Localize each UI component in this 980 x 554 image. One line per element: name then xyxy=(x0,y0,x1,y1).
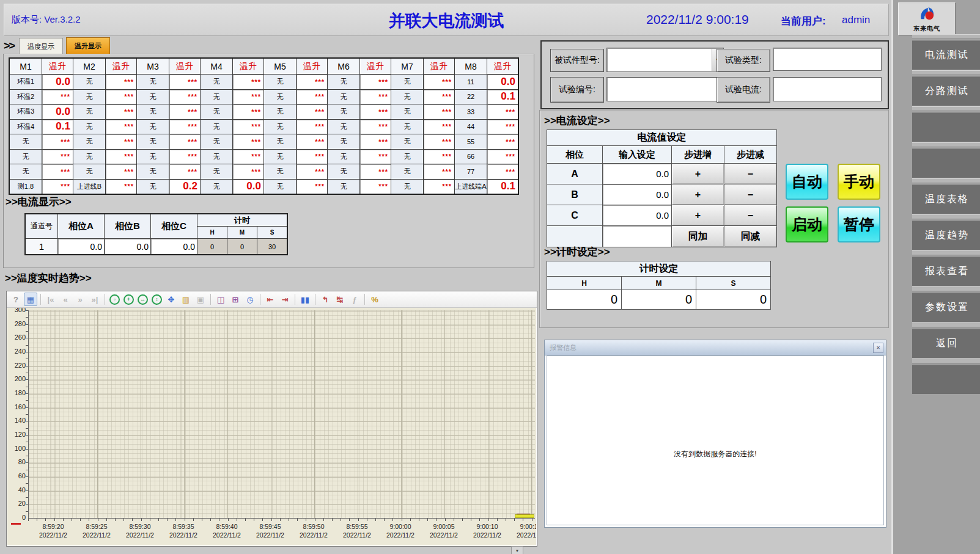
x-axis-label: 8:59:502022/11/2 xyxy=(289,522,338,539)
temp-rise-value-cell: *** xyxy=(106,104,136,119)
tab-temperature-display[interactable]: 温度显示 xyxy=(19,38,63,55)
sidebar-item-current-test[interactable]: 电流测试 xyxy=(912,40,980,70)
plot-area[interactable] xyxy=(28,310,535,519)
phase-a-value: 0.0 xyxy=(58,239,104,254)
zoom-vertical-icon[interactable]: ↕ xyxy=(152,294,162,305)
navigation-sidebar: 东来电气 电流测试分路测试温度表格温度趋势报表查看参数设置返回 xyxy=(891,0,980,554)
sidebar-item-report-view[interactable]: 报表查看 xyxy=(912,257,980,286)
time-window-icon[interactable]: ◷ xyxy=(243,293,257,306)
toolbar-separator xyxy=(260,294,260,305)
test-number-input[interactable] xyxy=(606,77,724,101)
pan-icon[interactable]: ✥ xyxy=(164,293,178,306)
scroll-chart-left-icon[interactable]: ⇤ xyxy=(263,293,277,306)
timer-value-m[interactable]: 0 xyxy=(622,290,696,309)
step-minus-button-a[interactable]: − xyxy=(724,164,776,184)
current-input-empty[interactable] xyxy=(603,226,671,247)
sidebar-item-branch-test[interactable]: 分路测试 xyxy=(912,76,980,106)
tile-panes-icon[interactable]: ◫ xyxy=(214,293,227,306)
x-range-icon[interactable]: ↹ xyxy=(333,293,347,306)
sidebar-item-blank-3[interactable] xyxy=(912,365,980,394)
channel-name-cell: 无 xyxy=(10,150,42,164)
export-grid-icon[interactable]: ▦ xyxy=(24,293,37,306)
temp-rise-value-cell: *** xyxy=(487,164,518,179)
column-header-rise: 温升 xyxy=(233,59,263,74)
percent-scale-icon[interactable]: % xyxy=(368,293,381,306)
step-minus-button-b[interactable]: − xyxy=(724,184,776,205)
alarm-body: 没有到数据服务器的连接! xyxy=(547,355,884,525)
timer-header-s: S xyxy=(696,277,770,290)
scroll-chart-right-icon[interactable]: ⇥ xyxy=(278,293,292,306)
help-icon[interactable]: ? xyxy=(9,293,23,306)
channel-name-cell: 11 xyxy=(455,75,487,89)
test-type-input[interactable] xyxy=(773,48,882,71)
all-plus-button[interactable]: 同加 xyxy=(672,226,724,247)
sidebar-item-temperature-trend[interactable]: 温度趋势 xyxy=(912,221,980,250)
current-input-a[interactable]: 0.0 xyxy=(603,164,671,184)
last-page-icon[interactable]: »| xyxy=(88,293,101,306)
zoom-box-icon[interactable]: ▫ xyxy=(109,294,120,305)
zoom-horizontal-icon[interactable]: ↔ xyxy=(138,294,148,305)
pane-zoom-icon[interactable]: ⊞ xyxy=(229,293,242,306)
phase-cell-a: A xyxy=(547,164,602,184)
column-header-m4: M4 xyxy=(201,59,232,74)
column-header-m1: M1 xyxy=(10,59,42,74)
zoom-in-icon[interactable]: + xyxy=(123,294,134,305)
alarm-close-icon[interactable]: ✕ xyxy=(873,343,883,353)
timer-value-s[interactable]: 0 xyxy=(696,290,770,309)
y-axis-label: 0 xyxy=(7,514,26,521)
timer-value-h[interactable]: 0 xyxy=(547,290,621,309)
trend-cursor-marker xyxy=(11,523,21,525)
test-current-input[interactable] xyxy=(773,77,882,101)
auto-button[interactable]: 自动 xyxy=(786,164,828,200)
first-page-icon[interactable]: |« xyxy=(44,293,57,306)
sidebar-item-blank-2[interactable] xyxy=(912,148,980,178)
temp-rise-value-cell: *** xyxy=(169,104,200,119)
manual-button[interactable]: 手动 xyxy=(838,164,880,200)
start-button[interactable]: 启动 xyxy=(786,206,828,242)
tab-temp-rise-display[interactable]: 温升显示 xyxy=(66,37,110,55)
sidebar-item-temperature-table[interactable]: 温度表格 xyxy=(912,184,980,214)
step-plus-button-a[interactable]: + xyxy=(672,164,724,184)
y-axis-label: 220 xyxy=(7,362,26,369)
channel-name-cell: 上进线端A xyxy=(455,180,487,194)
prev-page-icon[interactable]: « xyxy=(59,293,72,306)
timer-header: 计时 xyxy=(197,214,287,226)
x-tick-time: 9:00:05 xyxy=(419,522,468,531)
temp-rise-value-cell: *** xyxy=(360,164,391,179)
channel-name-cell: 77 xyxy=(455,164,487,179)
fx-icon[interactable]: ƒ xyxy=(348,293,361,306)
x-axis-label: 8:59:252022/11/2 xyxy=(72,522,121,539)
all-minus-button[interactable]: 同减 xyxy=(724,226,776,247)
channel-name-cell: 环温1 xyxy=(10,75,42,89)
y-axis-scale-icon[interactable]: ▥ xyxy=(179,293,193,306)
temp-rise-value-cell: *** xyxy=(487,120,518,134)
current-input-c[interactable]: 0.0 xyxy=(603,205,671,225)
temp-rise-value-cell: *** xyxy=(42,180,73,194)
device-model-combo[interactable]: ▼ xyxy=(606,48,724,72)
step-plus-button-b[interactable]: + xyxy=(672,184,724,205)
test-type-label: 试验类型: xyxy=(717,49,770,72)
step-minus-button-c[interactable]: − xyxy=(724,205,776,225)
pause-icon[interactable]: ▮▮ xyxy=(298,293,312,306)
step-plus-button-c[interactable]: + xyxy=(672,205,724,225)
next-page-icon[interactable]: » xyxy=(73,293,87,306)
x-tick-date: 2022/11/2 xyxy=(506,531,536,539)
sidebar-item-parameter-settings[interactable]: 参数设置 xyxy=(912,293,980,322)
sidebar-item-blank-1[interactable] xyxy=(912,112,980,142)
temp-rise-value-cell: *** xyxy=(106,164,136,179)
current-input-b[interactable]: 0.0 xyxy=(603,184,671,205)
chart-scroll-button[interactable]: ▼ xyxy=(511,546,523,554)
temp-rise-value-cell: *** xyxy=(42,150,73,164)
3d-view-icon[interactable]: ▣ xyxy=(194,293,207,306)
temp-rise-value-cell: *** xyxy=(233,164,263,179)
channel-name-cell: 无 xyxy=(328,75,359,89)
channel-name-cell: 无 xyxy=(264,104,296,119)
temp-rise-value-cell: 0.1 xyxy=(42,120,73,134)
channel-name-cell: 无 xyxy=(201,180,232,194)
temp-rise-value-cell: *** xyxy=(297,164,327,179)
sidebar-item-back[interactable]: 返回 xyxy=(912,329,980,358)
cursor-track-icon[interactable]: ↰ xyxy=(319,293,332,306)
channel-name-cell: 无 xyxy=(328,180,359,194)
temp-rise-value-cell: *** xyxy=(424,180,454,194)
pause-button[interactable]: 暂停 xyxy=(838,206,880,242)
